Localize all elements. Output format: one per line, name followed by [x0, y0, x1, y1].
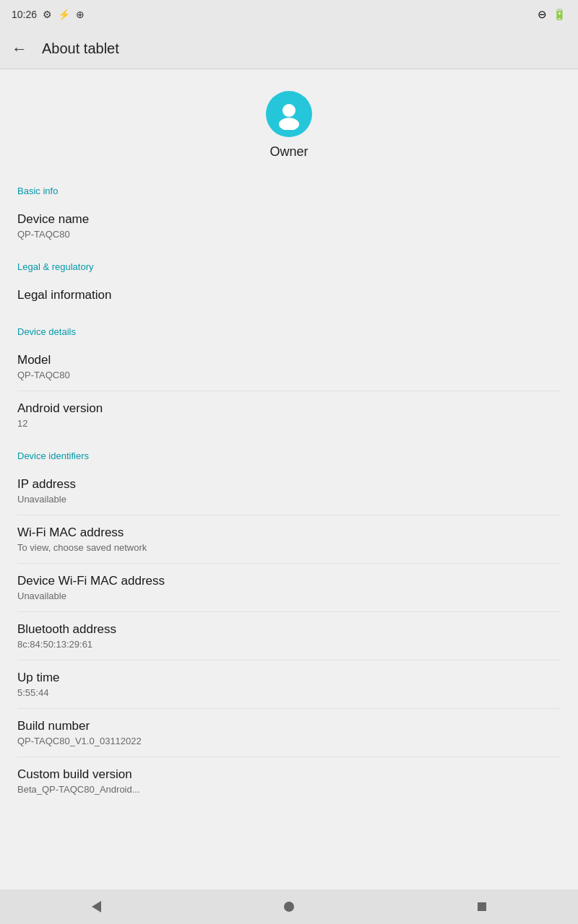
info-item-title-2-0: Model	[17, 353, 561, 367]
info-item-value-3-2: Unavailable	[17, 590, 561, 601]
info-item-value-3-6: Beta_QP-TAQC80_Android...	[17, 784, 561, 795]
recents-square-icon	[478, 902, 486, 911]
info-item-title-3-5: Build number	[17, 719, 561, 733]
info-item-value-0-0: QP-TAQC80	[17, 229, 561, 240]
owner-label: Owner	[269, 144, 308, 160]
info-item-value-3-1: To view, choose saved network	[17, 542, 561, 553]
info-item-title-3-1: Wi-Fi MAC address	[17, 526, 561, 540]
info-item-0-0[interactable]: Device nameQP-TAQC80	[0, 202, 578, 250]
back-button[interactable]: ←	[12, 40, 27, 58]
info-item-3-1[interactable]: Wi-Fi MAC addressTo view, choose saved n…	[0, 515, 578, 563]
svg-point-1	[279, 118, 299, 130]
info-item-value-2-0: QP-TAQC80	[17, 370, 561, 380]
sections-container: Basic infoDevice nameQP-TAQC80Legal & re…	[0, 174, 578, 805]
section-header-3: Device identifiers	[0, 439, 578, 467]
info-item-title-3-2: Device Wi-Fi MAC address	[17, 574, 561, 588]
info-item-title-3-6: Custom build version	[17, 767, 561, 782]
status-left: 10:26 ⚙ ⚡ ⊕	[12, 9, 85, 20]
info-item-3-6[interactable]: Custom build versionBeta_QP-TAQC80_Andro…	[0, 757, 578, 805]
back-triangle-icon	[92, 901, 101, 912]
time-display: 10:26	[12, 9, 37, 20]
info-item-title-3-4: Up time	[17, 671, 561, 685]
bottom-nav	[0, 889, 578, 924]
status-right: ⊖ 🔋	[538, 8, 566, 21]
home-circle-icon	[284, 902, 294, 912]
info-item-3-5[interactable]: Build numberQP-TAQC80_V1.0_03112022	[0, 709, 578, 757]
battery-icon: 🔋	[553, 8, 566, 21]
info-item-2-0[interactable]: ModelQP-TAQC80	[0, 343, 578, 391]
info-item-1-0[interactable]: Legal information	[0, 278, 578, 315]
section-header-1: Legal & regulatory	[0, 250, 578, 278]
info-item-3-3[interactable]: Bluetooth address8c:84:50:13:29:61	[0, 612, 578, 660]
avatar	[266, 91, 312, 137]
info-item-3-4[interactable]: Up time5:55:44	[0, 661, 578, 708]
info-item-3-2[interactable]: Device Wi-Fi MAC addressUnavailable	[0, 564, 578, 611]
top-bar: ← About tablet	[0, 29, 578, 69]
info-item-value-3-3: 8c:84:50:13:29:61	[17, 639, 561, 650]
info-item-title-0-0: Device name	[17, 212, 561, 227]
section-header-0: Basic info	[0, 174, 578, 202]
svg-point-0	[282, 104, 296, 117]
network-icon: ⊕	[76, 9, 85, 20]
info-item-value-2-1: 12	[17, 418, 561, 429]
section-header-2: Device details	[0, 315, 578, 343]
page-title: About tablet	[42, 40, 119, 57]
info-item-3-0[interactable]: IP addressUnavailable	[0, 467, 578, 515]
usb-icon: ⚡	[58, 9, 70, 20]
home-nav-button[interactable]	[275, 892, 303, 921]
info-item-title-3-0: IP address	[17, 477, 561, 492]
info-item-value-3-4: 5:55:44	[17, 687, 561, 698]
info-item-title-2-1: Android version	[17, 401, 561, 416]
settings-icon: ⚙	[43, 9, 52, 20]
back-nav-button[interactable]	[82, 892, 111, 921]
info-item-title-3-3: Bluetooth address	[17, 622, 561, 637]
minus-circle-icon: ⊖	[538, 8, 547, 21]
main-content[interactable]: Owner Basic infoDevice nameQP-TAQC80Lega…	[0, 69, 578, 889]
recents-nav-button[interactable]	[467, 892, 496, 921]
info-item-title-1-0: Legal information	[17, 288, 561, 302]
info-item-value-3-5: QP-TAQC80_V1.0_03112022	[17, 736, 561, 746]
info-item-value-3-0: Unavailable	[17, 494, 561, 505]
status-bar: 10:26 ⚙ ⚡ ⊕ ⊖ 🔋	[0, 0, 578, 29]
owner-section: Owner	[0, 69, 578, 174]
info-item-2-1[interactable]: Android version12	[0, 391, 578, 439]
